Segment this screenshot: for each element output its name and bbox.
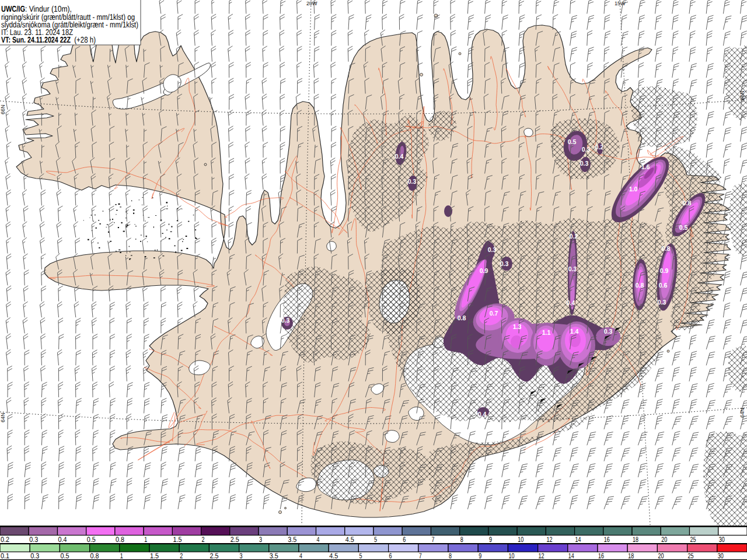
svg-text:0.8: 0.8 <box>90 552 99 560</box>
svg-text:1.5: 1.5 <box>173 536 181 544</box>
svg-text:16: 16 <box>604 536 610 544</box>
svg-text:1.6: 1.6 <box>641 164 650 171</box>
svg-text:1: 1 <box>120 552 123 560</box>
svg-text:25: 25 <box>688 552 694 560</box>
svg-text:1.5: 1.5 <box>150 552 159 560</box>
svg-text:64N: 64N <box>0 412 6 422</box>
svg-text:(+28 h): (+28 h) <box>72 36 96 45</box>
svg-text:15W: 15W <box>615 1 626 6</box>
svg-text:0.3: 0.3 <box>604 328 613 335</box>
svg-text:0.3: 0.3 <box>500 261 509 268</box>
svg-text:0.3: 0.3 <box>30 552 39 560</box>
svg-text:4.5: 4.5 <box>345 536 354 544</box>
svg-text:3.5: 3.5 <box>270 552 278 560</box>
svg-text:1.4: 1.4 <box>570 328 579 335</box>
svg-text:0.7: 0.7 <box>490 310 498 317</box>
svg-text:2: 2 <box>202 536 205 544</box>
svg-text:6: 6 <box>403 536 406 544</box>
svg-text:14: 14 <box>575 536 581 544</box>
svg-text:0.4: 0.4 <box>58 536 67 544</box>
svg-text:4.5: 4.5 <box>329 552 338 560</box>
svg-text:0.4: 0.4 <box>567 300 575 307</box>
svg-text:0.4: 0.4 <box>478 411 487 418</box>
svg-text:0.5: 0.5 <box>87 536 96 544</box>
svg-text:0.3: 0.3 <box>568 266 577 273</box>
svg-text:0.3: 0.3 <box>408 178 417 186</box>
svg-text:0.2: 0.2 <box>595 144 604 151</box>
svg-text:10: 10 <box>508 552 514 560</box>
svg-text:0.8: 0.8 <box>662 246 671 253</box>
svg-text:9: 9 <box>479 552 481 560</box>
svg-text:0.3: 0.3 <box>29 536 38 544</box>
svg-text:8: 8 <box>449 552 452 560</box>
svg-text:66N: 66N <box>739 90 745 100</box>
svg-text:0.5: 0.5 <box>679 225 688 232</box>
svg-text:20W: 20W <box>306 1 317 6</box>
svg-text:20: 20 <box>658 552 664 560</box>
svg-text:1.1: 1.1 <box>542 330 551 337</box>
svg-text:0.3: 0.3 <box>582 146 591 153</box>
svg-text:2: 2 <box>180 552 183 560</box>
svg-text:8: 8 <box>460 536 463 544</box>
svg-text:64N: 64N <box>739 408 745 418</box>
svg-text:0.6: 0.6 <box>659 282 668 289</box>
svg-text:0.3: 0.3 <box>281 317 290 324</box>
svg-text:1.0: 1.0 <box>629 186 638 193</box>
svg-text:0.8: 0.8 <box>683 200 692 207</box>
svg-text:18: 18 <box>628 552 634 560</box>
svg-text:VT: Sun. 24.11.2024 22Z: VT: Sun. 24.11.2024 22Z <box>1 36 71 45</box>
svg-text:14: 14 <box>568 552 574 560</box>
svg-text:0.5: 0.5 <box>60 552 69 560</box>
svg-text:16: 16 <box>598 552 604 560</box>
svg-text:0.2: 0.2 <box>570 233 578 240</box>
svg-text:20: 20 <box>661 536 667 544</box>
svg-text:7: 7 <box>419 552 422 560</box>
svg-text:0.3: 0.3 <box>488 247 497 254</box>
svg-text:3.5: 3.5 <box>288 536 296 544</box>
svg-text:10: 10 <box>518 536 523 544</box>
svg-text:3: 3 <box>240 552 243 560</box>
svg-text:0.9: 0.9 <box>660 268 669 275</box>
svg-text:25: 25 <box>690 536 696 544</box>
svg-text:6: 6 <box>389 552 392 560</box>
svg-text:1: 1 <box>144 536 147 544</box>
svg-text:0.5: 0.5 <box>568 139 577 146</box>
svg-text:0.8: 0.8 <box>458 315 466 322</box>
svg-text:9: 9 <box>489 536 492 544</box>
svg-text:0.8: 0.8 <box>116 536 124 544</box>
svg-text:12: 12 <box>546 536 552 544</box>
svg-text:0.8: 0.8 <box>636 282 644 289</box>
svg-text:1.3: 1.3 <box>513 324 522 331</box>
svg-text:66N: 66N <box>0 104 6 114</box>
svg-text:4: 4 <box>317 536 320 544</box>
svg-text:0.3: 0.3 <box>658 299 666 306</box>
svg-text:12: 12 <box>539 552 544 560</box>
svg-text:5: 5 <box>359 552 362 560</box>
svg-text:0.2: 0.2 <box>1 536 9 544</box>
svg-text:18: 18 <box>633 536 638 544</box>
svg-text:7: 7 <box>432 536 435 544</box>
svg-text:0.3: 0.3 <box>580 160 589 167</box>
svg-text:30: 30 <box>719 536 725 544</box>
svg-text:2.5: 2.5 <box>231 536 239 544</box>
svg-text:5: 5 <box>374 536 377 544</box>
svg-text:30: 30 <box>718 552 724 560</box>
svg-text:0.4: 0.4 <box>395 153 404 160</box>
svg-text:3: 3 <box>259 536 262 544</box>
svg-text:0.1: 0.1 <box>1 552 9 560</box>
svg-text:2.5: 2.5 <box>210 552 218 560</box>
svg-text:0.9: 0.9 <box>480 268 488 275</box>
svg-text:4: 4 <box>299 552 302 560</box>
